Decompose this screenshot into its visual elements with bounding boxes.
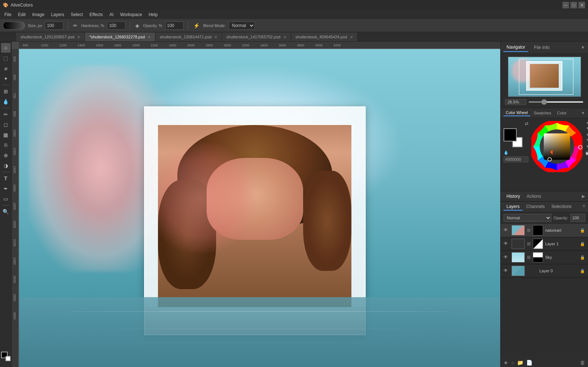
- menu-help[interactable]: Help: [146, 11, 161, 18]
- tab-selections[interactable]: Selections: [549, 203, 574, 211]
- color-down-2[interactable]: ▼: [586, 133, 588, 137]
- tool-sep-1: [2, 85, 10, 85]
- tool-eyedrop[interactable]: 💧: [1, 97, 11, 106]
- menu-layers[interactable]: Layers: [48, 11, 67, 18]
- nav-zoom-display[interactable]: 26.5%: [505, 99, 526, 105]
- menu-file[interactable]: File: [1, 11, 14, 18]
- tool-clone[interactable]: ⎘: [1, 140, 11, 150]
- navigator-preview[interactable]: [508, 57, 581, 97]
- delete-layer-btn[interactable]: 🗑: [580, 360, 585, 366]
- layer-vis-natureart[interactable]: 👁: [504, 227, 509, 233]
- tab-3-close[interactable]: ✕: [214, 35, 217, 39]
- zoom-slider[interactable]: [528, 101, 584, 103]
- menu-workspace[interactable]: Workspace: [117, 11, 145, 18]
- color-down-arrow[interactable]: ▼: [586, 121, 588, 125]
- tool-pen[interactable]: ✒: [1, 184, 11, 193]
- tool-shape[interactable]: ▭: [1, 194, 11, 204]
- add-style-btn[interactable]: ★: [504, 360, 508, 366]
- maximize-button[interactable]: □: [570, 2, 577, 8]
- tab-2[interactable]: *shutterstock_1266032278.psd ✕: [85, 33, 155, 41]
- tool-text[interactable]: T: [1, 174, 11, 183]
- color-play-btn[interactable]: ▶: [585, 151, 588, 155]
- layer-vis-layer0[interactable]: 👁: [504, 268, 509, 274]
- tool-eraser[interactable]: ◻: [1, 120, 11, 129]
- tool-select-rect[interactable]: ⬚: [1, 53, 11, 63]
- tab-4[interactable]: shutterstock_1417055702.psd ✕: [222, 33, 291, 41]
- layer-row-sky[interactable]: 👁 ⊞ Sky 🔒: [501, 251, 588, 264]
- brush-icon[interactable]: ✏: [72, 22, 78, 29]
- tool-fill[interactable]: ▦: [1, 130, 11, 140]
- layer-row-layer1[interactable]: 👁 ⊞ Layer 1 🔒: [501, 237, 588, 251]
- eyedrop-icon[interactable]: 💧: [504, 150, 509, 155]
- tool-move[interactable]: ⊹: [1, 43, 11, 53]
- layer-row-layer0[interactable]: 👁 Layer 0 🔒: [501, 264, 588, 278]
- size-input[interactable]: [45, 22, 63, 30]
- tool-zoom[interactable]: 🔍: [1, 207, 11, 216]
- hair-right: [303, 171, 351, 271]
- tool-magic-wand[interactable]: ✦: [1, 74, 11, 83]
- nav-frame-indicator: [526, 61, 562, 91]
- tool-crop[interactable]: ⊞: [1, 87, 11, 96]
- hex-display[interactable]: #000000: [504, 156, 528, 162]
- menu-select[interactable]: Select: [68, 11, 86, 18]
- opacity-input[interactable]: [165, 22, 184, 30]
- tool-brush[interactable]: ✏: [1, 110, 11, 119]
- tab-layers[interactable]: Layers: [504, 203, 523, 211]
- hardness-input[interactable]: [107, 22, 125, 30]
- menu-effects[interactable]: Effects: [87, 11, 106, 18]
- history-expand[interactable]: ▶: [582, 194, 585, 199]
- color-down-4[interactable]: ▼: [586, 144, 588, 148]
- minimize-button[interactable]: ─: [562, 2, 569, 8]
- tab-swatches[interactable]: Swatches: [532, 110, 554, 116]
- tool-heal[interactable]: ⊕: [1, 151, 11, 160]
- opacity-icon[interactable]: ◈: [135, 22, 140, 29]
- foreground-swatch[interactable]: [504, 128, 517, 141]
- color-up-arrow[interactable]: ▼: [586, 126, 588, 130]
- tab-4-label: shutterstock_1417055702.psd: [226, 35, 280, 39]
- add-group-btn[interactable]: 📁: [517, 360, 523, 366]
- background-color-swatch[interactable]: [5, 356, 11, 361]
- color-panel-expand[interactable]: ▼: [581, 111, 585, 115]
- menu-edit[interactable]: Edit: [15, 11, 29, 18]
- tab-2-close[interactable]: ✕: [148, 35, 151, 39]
- tab-file-info[interactable]: File Info: [531, 43, 553, 52]
- layer-vis-layer1[interactable]: 👁: [504, 241, 509, 247]
- tab-5[interactable]: shutterstock_459645424.psd ✕: [291, 33, 358, 41]
- tab-color[interactable]: Color: [555, 110, 569, 116]
- add-mask-btn[interactable]: ○: [511, 360, 514, 366]
- layer-vis-sky[interactable]: 👁: [504, 254, 509, 260]
- tab-5-close[interactable]: ✕: [350, 35, 353, 39]
- tab-4-close[interactable]: ✕: [283, 35, 286, 39]
- menu-ai[interactable]: AI: [106, 11, 116, 18]
- panel-nav-expand[interactable]: ▼: [581, 45, 585, 50]
- close-button[interactable]: ✕: [578, 2, 585, 8]
- layer-opacity-input[interactable]: [570, 214, 585, 222]
- menu-image[interactable]: Image: [29, 11, 47, 18]
- layer-adj-sky[interactable]: ⊞: [527, 255, 531, 260]
- layer-thumb-layer0: [512, 266, 525, 276]
- tab-3[interactable]: shutterstock_130814471.psd ✕: [155, 33, 222, 41]
- layer-adj-layer1[interactable]: ⊞: [527, 241, 531, 246]
- tab-1[interactable]: shutterstock_1251209557.psd ✕: [16, 33, 85, 41]
- tab-channels[interactable]: Channels: [523, 203, 548, 211]
- tab-1-close[interactable]: ✕: [77, 35, 80, 39]
- color-wheel-svg[interactable]: [531, 121, 583, 172]
- blend-mode-select[interactable]: Normal Multiply Screen Overlay: [229, 22, 255, 30]
- tab-actions[interactable]: Actions: [524, 193, 544, 200]
- tab-history[interactable]: History: [504, 193, 523, 200]
- tab-navigator[interactable]: Navigator: [504, 43, 528, 52]
- color-down-3[interactable]: ▼: [586, 138, 588, 142]
- layer-row-natureart[interactable]: 👁 ⊞ natureart 🔒: [501, 224, 588, 237]
- add-layer-btn[interactable]: 📄: [526, 360, 532, 366]
- tool-lasso[interactable]: ⌀: [1, 64, 11, 73]
- tab-color-wheel[interactable]: Color Wheel: [504, 110, 530, 116]
- canvas-content[interactable]: [19, 49, 500, 367]
- tool-dodge[interactable]: ◑: [1, 161, 11, 170]
- layer-blend-select[interactable]: Normal Multiply Screen: [504, 214, 551, 222]
- layer-adj-natureart[interactable]: ⊞: [527, 228, 531, 233]
- image-canvas[interactable]: [19, 49, 500, 367]
- swap-colors-icon[interactable]: ⇄: [525, 121, 528, 126]
- layers-menu-icon[interactable]: ≡: [583, 203, 585, 211]
- color-wheel-svg-container[interactable]: [531, 121, 583, 172]
- svg-text:3000: 3000: [224, 43, 231, 47]
